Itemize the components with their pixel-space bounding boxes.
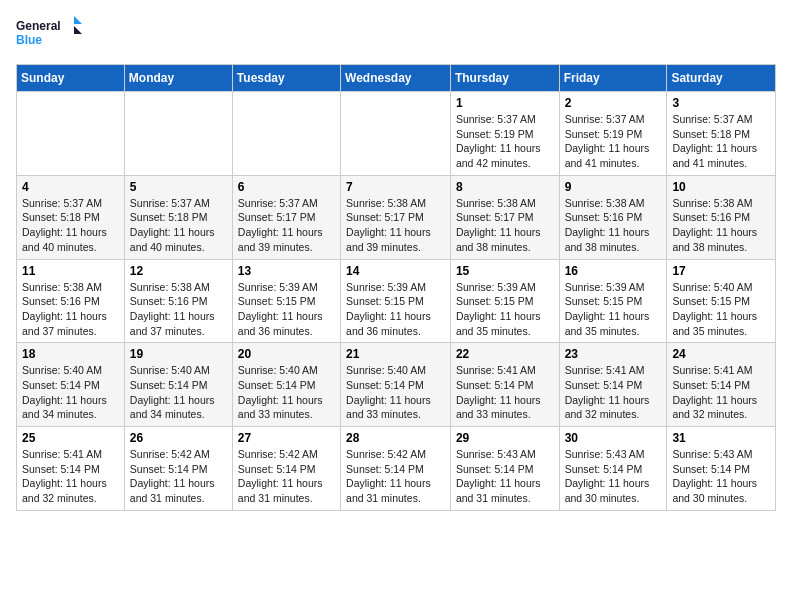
col-header-sunday: Sunday: [17, 65, 125, 92]
day-number: 4: [22, 180, 119, 194]
day-cell-10: 10Sunrise: 5:38 AM Sunset: 5:16 PM Dayli…: [667, 175, 776, 259]
day-cell-1: 1Sunrise: 5:37 AM Sunset: 5:19 PM Daylig…: [450, 92, 559, 176]
day-number: 15: [456, 264, 554, 278]
day-info: Sunrise: 5:39 AM Sunset: 5:15 PM Dayligh…: [346, 280, 445, 339]
day-cell-11: 11Sunrise: 5:38 AM Sunset: 5:16 PM Dayli…: [17, 259, 125, 343]
day-info: Sunrise: 5:39 AM Sunset: 5:15 PM Dayligh…: [456, 280, 554, 339]
day-cell-19: 19Sunrise: 5:40 AM Sunset: 5:14 PM Dayli…: [124, 343, 232, 427]
svg-text:Blue: Blue: [16, 33, 42, 47]
col-header-friday: Friday: [559, 65, 667, 92]
day-info: Sunrise: 5:38 AM Sunset: 5:16 PM Dayligh…: [672, 196, 770, 255]
day-cell-5: 5Sunrise: 5:37 AM Sunset: 5:18 PM Daylig…: [124, 175, 232, 259]
day-number: 9: [565, 180, 662, 194]
day-cell-9: 9Sunrise: 5:38 AM Sunset: 5:16 PM Daylig…: [559, 175, 667, 259]
svg-marker-3: [74, 26, 82, 34]
day-number: 12: [130, 264, 227, 278]
empty-cell: [17, 92, 125, 176]
day-info: Sunrise: 5:38 AM Sunset: 5:16 PM Dayligh…: [565, 196, 662, 255]
day-info: Sunrise: 5:41 AM Sunset: 5:14 PM Dayligh…: [456, 363, 554, 422]
day-number: 14: [346, 264, 445, 278]
day-cell-17: 17Sunrise: 5:40 AM Sunset: 5:15 PM Dayli…: [667, 259, 776, 343]
week-row-5: 25Sunrise: 5:41 AM Sunset: 5:14 PM Dayli…: [17, 427, 776, 511]
header: General Blue: [16, 16, 776, 52]
col-header-tuesday: Tuesday: [232, 65, 340, 92]
day-info: Sunrise: 5:37 AM Sunset: 5:19 PM Dayligh…: [565, 112, 662, 171]
calendar-table: SundayMondayTuesdayWednesdayThursdayFrid…: [16, 64, 776, 511]
day-cell-14: 14Sunrise: 5:39 AM Sunset: 5:15 PM Dayli…: [341, 259, 451, 343]
day-number: 5: [130, 180, 227, 194]
day-number: 20: [238, 347, 335, 361]
day-number: 28: [346, 431, 445, 445]
svg-marker-2: [74, 16, 82, 24]
day-number: 22: [456, 347, 554, 361]
day-info: Sunrise: 5:40 AM Sunset: 5:14 PM Dayligh…: [238, 363, 335, 422]
day-number: 25: [22, 431, 119, 445]
day-info: Sunrise: 5:41 AM Sunset: 5:14 PM Dayligh…: [565, 363, 662, 422]
day-cell-6: 6Sunrise: 5:37 AM Sunset: 5:17 PM Daylig…: [232, 175, 340, 259]
day-info: Sunrise: 5:40 AM Sunset: 5:14 PM Dayligh…: [22, 363, 119, 422]
day-info: Sunrise: 5:38 AM Sunset: 5:16 PM Dayligh…: [130, 280, 227, 339]
day-cell-18: 18Sunrise: 5:40 AM Sunset: 5:14 PM Dayli…: [17, 343, 125, 427]
day-info: Sunrise: 5:37 AM Sunset: 5:18 PM Dayligh…: [130, 196, 227, 255]
empty-cell: [124, 92, 232, 176]
day-cell-7: 7Sunrise: 5:38 AM Sunset: 5:17 PM Daylig…: [341, 175, 451, 259]
day-info: Sunrise: 5:42 AM Sunset: 5:14 PM Dayligh…: [238, 447, 335, 506]
day-info: Sunrise: 5:42 AM Sunset: 5:14 PM Dayligh…: [346, 447, 445, 506]
day-info: Sunrise: 5:41 AM Sunset: 5:14 PM Dayligh…: [22, 447, 119, 506]
logo: General Blue: [16, 16, 86, 52]
day-info: Sunrise: 5:42 AM Sunset: 5:14 PM Dayligh…: [130, 447, 227, 506]
day-info: Sunrise: 5:40 AM Sunset: 5:15 PM Dayligh…: [672, 280, 770, 339]
day-info: Sunrise: 5:39 AM Sunset: 5:15 PM Dayligh…: [238, 280, 335, 339]
day-number: 26: [130, 431, 227, 445]
day-info: Sunrise: 5:40 AM Sunset: 5:14 PM Dayligh…: [130, 363, 227, 422]
day-info: Sunrise: 5:40 AM Sunset: 5:14 PM Dayligh…: [346, 363, 445, 422]
day-cell-2: 2Sunrise: 5:37 AM Sunset: 5:19 PM Daylig…: [559, 92, 667, 176]
day-number: 2: [565, 96, 662, 110]
day-cell-25: 25Sunrise: 5:41 AM Sunset: 5:14 PM Dayli…: [17, 427, 125, 511]
logo-svg: General Blue: [16, 16, 86, 48]
day-info: Sunrise: 5:37 AM Sunset: 5:19 PM Dayligh…: [456, 112, 554, 171]
empty-cell: [232, 92, 340, 176]
day-info: Sunrise: 5:41 AM Sunset: 5:14 PM Dayligh…: [672, 363, 770, 422]
col-header-saturday: Saturday: [667, 65, 776, 92]
day-number: 7: [346, 180, 445, 194]
week-row-2: 4Sunrise: 5:37 AM Sunset: 5:18 PM Daylig…: [17, 175, 776, 259]
day-cell-31: 31Sunrise: 5:43 AM Sunset: 5:14 PM Dayli…: [667, 427, 776, 511]
day-info: Sunrise: 5:43 AM Sunset: 5:14 PM Dayligh…: [672, 447, 770, 506]
day-number: 10: [672, 180, 770, 194]
day-cell-27: 27Sunrise: 5:42 AM Sunset: 5:14 PM Dayli…: [232, 427, 340, 511]
day-cell-16: 16Sunrise: 5:39 AM Sunset: 5:15 PM Dayli…: [559, 259, 667, 343]
day-info: Sunrise: 5:39 AM Sunset: 5:15 PM Dayligh…: [565, 280, 662, 339]
col-header-monday: Monday: [124, 65, 232, 92]
day-cell-15: 15Sunrise: 5:39 AM Sunset: 5:15 PM Dayli…: [450, 259, 559, 343]
day-info: Sunrise: 5:38 AM Sunset: 5:17 PM Dayligh…: [346, 196, 445, 255]
day-number: 27: [238, 431, 335, 445]
day-number: 1: [456, 96, 554, 110]
day-number: 31: [672, 431, 770, 445]
day-cell-22: 22Sunrise: 5:41 AM Sunset: 5:14 PM Dayli…: [450, 343, 559, 427]
day-cell-29: 29Sunrise: 5:43 AM Sunset: 5:14 PM Dayli…: [450, 427, 559, 511]
day-info: Sunrise: 5:43 AM Sunset: 5:14 PM Dayligh…: [456, 447, 554, 506]
day-number: 11: [22, 264, 119, 278]
day-number: 30: [565, 431, 662, 445]
day-number: 17: [672, 264, 770, 278]
day-info: Sunrise: 5:37 AM Sunset: 5:17 PM Dayligh…: [238, 196, 335, 255]
day-number: 19: [130, 347, 227, 361]
day-cell-28: 28Sunrise: 5:42 AM Sunset: 5:14 PM Dayli…: [341, 427, 451, 511]
day-cell-30: 30Sunrise: 5:43 AM Sunset: 5:14 PM Dayli…: [559, 427, 667, 511]
day-number: 3: [672, 96, 770, 110]
week-row-4: 18Sunrise: 5:40 AM Sunset: 5:14 PM Dayli…: [17, 343, 776, 427]
day-cell-3: 3Sunrise: 5:37 AM Sunset: 5:18 PM Daylig…: [667, 92, 776, 176]
day-number: 13: [238, 264, 335, 278]
day-info: Sunrise: 5:37 AM Sunset: 5:18 PM Dayligh…: [22, 196, 119, 255]
day-cell-13: 13Sunrise: 5:39 AM Sunset: 5:15 PM Dayli…: [232, 259, 340, 343]
header-row: SundayMondayTuesdayWednesdayThursdayFrid…: [17, 65, 776, 92]
svg-text:General: General: [16, 19, 61, 33]
day-cell-4: 4Sunrise: 5:37 AM Sunset: 5:18 PM Daylig…: [17, 175, 125, 259]
day-number: 6: [238, 180, 335, 194]
day-cell-20: 20Sunrise: 5:40 AM Sunset: 5:14 PM Dayli…: [232, 343, 340, 427]
day-number: 16: [565, 264, 662, 278]
week-row-1: 1Sunrise: 5:37 AM Sunset: 5:19 PM Daylig…: [17, 92, 776, 176]
day-info: Sunrise: 5:38 AM Sunset: 5:16 PM Dayligh…: [22, 280, 119, 339]
day-number: 18: [22, 347, 119, 361]
